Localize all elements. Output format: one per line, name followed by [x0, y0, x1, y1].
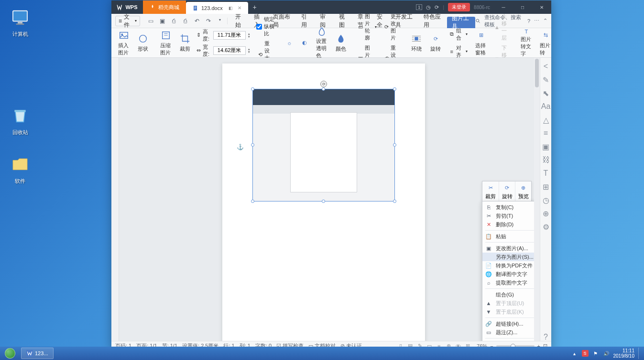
show-desktop-button[interactable]: [638, 348, 641, 359]
lock-ratio-checkbox[interactable]: [256, 24, 262, 30]
group-button[interactable]: ⧉组合▾: [447, 26, 469, 42]
wrap-button[interactable]: 环绕: [407, 30, 426, 56]
tab-mall[interactable]: 稻壳商城: [143, 0, 186, 14]
mini-crop-button[interactable]: ✂裁剪: [482, 181, 499, 202]
document-area[interactable]: ⚓ ⟳ ✂裁剪 ⟳旋转 ⊕预览 ⎘复制(C)Ctrl+C✂剪切(T)Ctrl+X…: [111, 58, 551, 341]
color-button[interactable]: 颜色: [331, 30, 350, 56]
sp-tool-icon[interactable]: ✎: [542, 76, 550, 84]
sp-expand-icon[interactable]: <: [542, 63, 550, 70]
sp-table-icon[interactable]: ⊞: [542, 183, 550, 191]
menutab-3[interactable]: 引用: [296, 14, 315, 28]
rotation-handle[interactable]: ⟳: [320, 81, 327, 87]
tab-opts-icon[interactable]: ◧: [229, 6, 233, 11]
selected-image[interactable]: ⟳: [252, 89, 395, 201]
print-icon[interactable]: ⎙: [181, 18, 190, 24]
qat-more-icon[interactable]: ▾: [216, 18, 224, 24]
tray-sound-icon[interactable]: 🔊: [603, 350, 610, 357]
ctx-label: 剪切(T): [496, 212, 532, 220]
desktop-computer[interactable]: 计算机: [6, 6, 34, 38]
sp-image-icon[interactable]: ▣: [542, 143, 550, 150]
tab-document[interactable]: 123.docx ◧ ✕: [186, 2, 248, 14]
computer-icon: [9, 6, 32, 29]
scrollbar-thumb[interactable]: [535, 59, 539, 87]
sp-clock-icon[interactable]: ◷: [542, 196, 550, 204]
sp-help-icon[interactable]: ?: [542, 333, 550, 341]
sp-select-icon[interactable]: ⬉: [542, 89, 550, 97]
mini-preview-button[interactable]: ⊕预览: [515, 181, 531, 202]
help-icon[interactable]: ?: [527, 18, 530, 24]
sync-icon[interactable]: ⟳: [435, 4, 439, 11]
pic-to-text-button[interactable]: Ꭲ图片转文字: [517, 30, 536, 56]
width-icon: ⇔: [196, 47, 201, 53]
align-button[interactable]: ≡对齐▾: [447, 43, 469, 60]
minimize-button[interactable]: ─: [494, 5, 513, 10]
sp-shape-icon[interactable]: △: [542, 116, 550, 124]
more-icon[interactable]: ⋯: [534, 18, 539, 24]
login-button[interactable]: 未登录: [448, 3, 470, 11]
badge-icon[interactable]: 1: [416, 4, 422, 10]
desktop-recycle[interactable]: 回收站: [6, 104, 34, 136]
handle-mr[interactable]: [393, 143, 396, 147]
width-input[interactable]: [213, 46, 246, 55]
handle-tc[interactable]: [322, 87, 325, 91]
skin-icon[interactable]: ◷: [426, 4, 431, 11]
tray-clock[interactable]: 11:11 2019/8/10: [613, 348, 635, 359]
close-window-button[interactable]: ✕: [532, 5, 551, 10]
pic-convert-button[interactable]: ⇆图片转: [536, 30, 555, 56]
menutab-5[interactable]: 视图: [334, 14, 353, 28]
maximize-button[interactable]: □: [513, 5, 532, 10]
tray-up-icon[interactable]: ▴: [571, 350, 578, 357]
scrollbar-vertical[interactable]: [534, 58, 540, 341]
compress-button[interactable]: 压缩图片: [156, 30, 175, 56]
handle-ml[interactable]: [251, 143, 254, 147]
transparency-button[interactable]: 设置透明色: [312, 30, 331, 56]
menutab-9[interactable]: 特色应用: [419, 14, 447, 28]
contrast-button[interactable]: ◐: [297, 30, 312, 56]
ruler-vertical: [111, 58, 119, 341]
menutab-0[interactable]: 开始: [230, 14, 249, 28]
svg-rect-4: [194, 6, 197, 11]
tray-ime-icon[interactable]: S: [582, 350, 589, 357]
brightness-button[interactable]: ☼: [282, 30, 297, 56]
search-icon[interactable]: [475, 18, 481, 24]
handle-tr[interactable]: [393, 87, 396, 91]
new-icon[interactable]: ▭: [147, 18, 155, 24]
sp-layer-icon[interactable]: ≡: [542, 129, 550, 137]
handle-tl[interactable]: [251, 87, 254, 91]
insert-picture-button[interactable]: 插入图片: [114, 30, 133, 56]
change-pic-button[interactable]: ⟳更改图片: [382, 12, 401, 42]
width-down[interactable]: ▼: [248, 51, 251, 53]
close-icon[interactable]: ✕: [238, 5, 241, 11]
tray-flag-icon[interactable]: ⚑: [592, 350, 599, 357]
sp-text-icon[interactable]: T: [542, 169, 550, 177]
new-tab-button[interactable]: +: [248, 3, 262, 11]
undo-icon[interactable]: ↶: [193, 18, 201, 24]
handle-bc[interactable]: [322, 200, 325, 203]
menutab-4[interactable]: 审阅: [315, 14, 334, 28]
mini-rotate-button[interactable]: ⟳旋转: [499, 181, 515, 202]
open-icon[interactable]: ▣: [158, 18, 167, 24]
start-button[interactable]: [0, 347, 20, 360]
ctx-label: 超链接(H)...: [496, 320, 532, 328]
sp-globe-icon[interactable]: ⊕: [542, 210, 550, 217]
select-pane-button[interactable]: ⊞选择窗格: [471, 30, 491, 56]
handle-bl[interactable]: [251, 200, 254, 203]
pic-outline-button[interactable]: ▭图片轮廓▾: [356, 12, 379, 42]
rotate-button[interactable]: ⟳旋转: [426, 30, 445, 56]
sp-style-icon[interactable]: Aa: [542, 103, 550, 110]
redo-icon[interactable]: ↷: [204, 18, 213, 24]
handle-br[interactable]: [393, 200, 396, 203]
taskbar-wps[interactable]: 123...: [21, 348, 54, 359]
collapse-ribbon-icon[interactable]: ⌃: [543, 18, 547, 24]
sp-link-icon[interactable]: ⛓: [542, 156, 550, 164]
height-down[interactable]: ▼: [248, 35, 251, 38]
sp-gear-icon[interactable]: ⚙: [542, 223, 550, 231]
save-icon[interactable]: ⎙: [170, 18, 178, 24]
desktop-software[interactable]: 软件: [6, 153, 34, 185]
file-menu[interactable]: ≡文件▾: [115, 16, 140, 26]
version-label: 8806-rc: [474, 5, 490, 10]
move-up-button: ▲上移一层: [492, 12, 511, 42]
shape-button[interactable]: 形状: [133, 30, 153, 56]
crop-button[interactable]: 裁剪: [175, 30, 195, 56]
height-input[interactable]: [213, 31, 246, 40]
